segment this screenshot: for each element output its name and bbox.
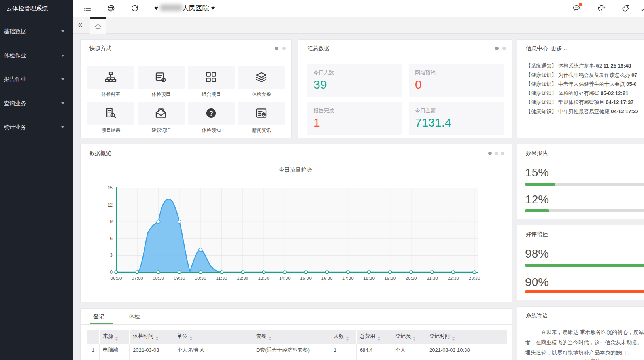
stat-value: 1 (314, 116, 320, 129)
notification-badge (579, 3, 582, 6)
more-link[interactable]: 更多... (551, 45, 567, 51)
x-tick: 10:30 (195, 276, 206, 280)
stat-card-today-people: 今日人数 39 (307, 64, 402, 97)
col-seq (87, 330, 100, 344)
x-tick: 21:30 (427, 276, 438, 280)
y-tick: 3 (110, 252, 113, 258)
y-tick: 12 (108, 202, 113, 208)
sidebar-item-basic-data[interactable]: 基础数据 (0, 23, 73, 40)
info-item[interactable]: 【健康知识】 常规体检有哪些项目 04-12 17:37 (526, 99, 633, 106)
col-package[interactable]: 套餐 (253, 330, 330, 344)
sort-icon (155, 337, 159, 341)
shortcut-exam-department[interactable] (87, 66, 134, 89)
sidebar-item-report-work[interactable]: 报告作业 (0, 71, 73, 88)
progress-bar (525, 183, 644, 186)
heart-icon: ♥ (154, 4, 158, 12)
shortcut-news[interactable] (238, 102, 285, 125)
stat-card-today-amount: 今日金额 7131.4 (409, 102, 504, 135)
tab-exam[interactable]: 体检 (129, 313, 140, 320)
carousel-dot[interactable] (501, 152, 504, 155)
col-register-time[interactable]: 登记时间 (426, 330, 507, 344)
carousel-dot[interactable] (495, 152, 498, 155)
menu-fold-icon[interactable] (83, 4, 92, 13)
topbar: ♥ 人民医院 ♥ (73, 0, 644, 17)
shortcut-exam-item[interactable] (138, 66, 185, 89)
carousel-dot[interactable] (488, 152, 492, 155)
x-tick: 07:00 (132, 276, 143, 280)
panel-header: 好评监控 (517, 225, 644, 243)
carousel-dot[interactable] (282, 47, 286, 50)
sitemap-icon (104, 70, 117, 84)
sort-icon (115, 337, 118, 341)
shortcut-item-result[interactable] (87, 102, 134, 125)
x-tick: 06:00 (111, 276, 122, 280)
messages-icon[interactable] (572, 4, 581, 13)
col-people[interactable]: 人数 (330, 330, 357, 344)
info-item[interactable]: 【健康知识】 体检的好处有哪些 05-02 12:21 (526, 90, 628, 97)
panel-title: 信息中心 更多... (526, 45, 567, 52)
refresh-icon[interactable] (130, 4, 139, 13)
sidebar-item-query[interactable]: 查询业务 (0, 95, 73, 112)
y-axis-ticks: 15 12 9 6 3 0 (108, 185, 113, 275)
y-tick: 9 (110, 219, 113, 224)
table-row[interactable]: 1 电脑端 2021-03-03 个人:程春风 D套(适合于经济型套餐) 1 6… (87, 344, 507, 356)
chevron-down-icon (61, 30, 64, 32)
sidebar-item-exam-work[interactable]: 体检作业 (0, 47, 73, 64)
info-item[interactable]: 【健康知识】 为什么耳鸣会反复发作该怎么办 07 (526, 72, 637, 79)
shortcut-label: 建议词汇 (138, 127, 185, 134)
panel-title: 系统寄语 (526, 312, 548, 319)
x-tick: 16:30 (321, 276, 333, 280)
collapse-tabs-icon[interactable]: « (78, 20, 82, 29)
grid-icon (204, 70, 218, 84)
chart-title: 今日流量趋势 (256, 167, 335, 174)
col-exam-time[interactable]: 体检时间 (130, 330, 174, 344)
col-total-fee[interactable]: 总费用 (357, 330, 392, 344)
shortcut-exam-package[interactable] (238, 66, 285, 89)
news-icon (255, 106, 268, 120)
panel-title: 快捷方式 (89, 45, 111, 52)
x-tick: 14:30 (279, 276, 291, 280)
table-row[interactable]: 2 电脑端 2021-03-03 个人:刘桂红 自选套餐 1 684 个人 20… (87, 356, 507, 360)
y-tick: 6 (110, 236, 113, 241)
progress-bar (525, 209, 644, 212)
document-search-icon (104, 106, 117, 120)
message-line: 者，在商业横飞的当今时代，这一信念从未动摇。 (525, 339, 642, 346)
table-header-row: 来源 体检时间 单位 套餐 人数 总费用 登记员 登记时间 (87, 330, 507, 344)
shortcut-label: 项目结果 (87, 127, 134, 134)
stat-value: 39 (314, 78, 327, 91)
sort-icon (189, 337, 193, 341)
globe-icon[interactable] (107, 4, 115, 13)
theme-palette-icon[interactable] (597, 4, 606, 13)
info-item[interactable]: 【健康知识】 中年男性最容易亚健康 04-12 17:37 (526, 108, 638, 115)
carousel-dot[interactable] (495, 47, 499, 50)
home-icon (94, 23, 102, 30)
col-registrar[interactable]: 登记员 (392, 330, 426, 344)
shortcut-exam-notice[interactable]: ? (188, 102, 235, 125)
summary-panel: 汇总数据 今日人数 39 网络预约 0 报告完成 1 今日金额 7131.4 (298, 39, 512, 138)
progress-label: 90% (525, 275, 549, 289)
shortcut-combo-item[interactable] (188, 66, 235, 89)
divider (81, 324, 512, 325)
panel-header: 效果报告 (517, 144, 644, 162)
question-icon: ? (204, 106, 218, 120)
col-unit[interactable]: 单位 (174, 330, 253, 344)
message-line: 一直以来，易康达 秉承服务医院的初心，虔诚服务医患 (525, 329, 644, 336)
carousel-dot[interactable] (502, 47, 506, 50)
tab-home[interactable] (90, 17, 106, 34)
panel-header: 汇总数据 (298, 40, 512, 57)
panel-title: 效果报告 (526, 150, 548, 157)
info-item[interactable]: 【系统通知】 体检系统注意事项2 11-25 16:48 (526, 63, 631, 70)
shortcut-suggest-words[interactable] (138, 102, 185, 125)
tag-icon[interactable] (621, 4, 630, 13)
tab-register[interactable]: 登记 (93, 313, 104, 320)
col-source[interactable]: 来源 (100, 330, 130, 344)
system-message-panel: 系统寄语 一直以来，易康达 秉承服务医院的初心，虔诚服务医患 者，在商业横飞的当… (517, 306, 644, 360)
svg-text:?: ? (209, 110, 213, 117)
info-item[interactable]: 【健康知识】 中老年人保健养生的十大要点 05-0 (526, 81, 636, 88)
mail-icon (154, 106, 168, 120)
sidebar-item-statistics[interactable]: 统计业务 (0, 119, 73, 136)
fullscreen-icon[interactable] (640, 4, 644, 13)
shortcut-label: 体检须知 (188, 127, 235, 134)
stat-value: 0 (415, 78, 422, 91)
carousel-dot[interactable] (275, 47, 278, 50)
